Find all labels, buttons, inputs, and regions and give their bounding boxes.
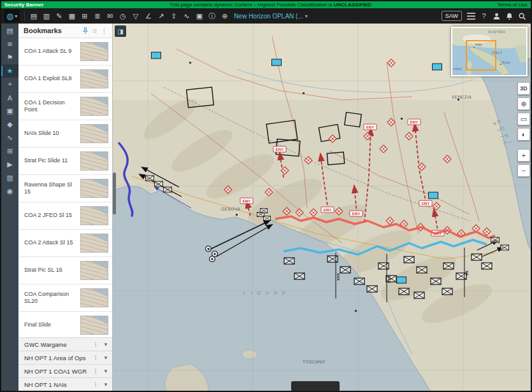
bookmark-group[interactable]: NH OPT 1 NAIs ⋮▾ [18, 377, 112, 391]
globe-menu-button[interactable]: ◍ ▾ [4, 10, 20, 22]
bookmark-item[interactable]: COA 1 Decision Point [18, 93, 112, 120]
kebab-icon[interactable]: ⋮ [99, 26, 109, 36]
rail-apps-icon[interactable]: ⊞ [1, 144, 18, 158]
user-account-icon[interactable] [491, 10, 503, 22]
bookmark-item[interactable]: COA 2 JFEO Sl 15 [18, 202, 112, 230]
bookmark-thumbnail [80, 124, 108, 143]
add-user-icon[interactable]: ⊕ [219, 10, 231, 22]
kebab-icon[interactable]: ⋮ [92, 354, 99, 361]
search-icon[interactable] [516, 10, 528, 22]
classification-level: UNCLASSIFIED [334, 2, 371, 8]
bookmark-group[interactable]: GWC Wargame ⋮▾ [18, 337, 112, 351]
rail-video-icon[interactable]: ▶ [1, 158, 18, 171]
inset-graphics [452, 28, 526, 75]
group-label: NH OPT 1 NAIs [24, 381, 67, 388]
eny-label: ENY [366, 125, 374, 129]
hamburger-menu-icon[interactable] [465, 10, 477, 22]
security-banner-label: Security Banner [4, 2, 43, 8]
group-label: GWC Wargame [24, 341, 67, 348]
bookmark-item[interactable]: Ravenna Shape Sl 15 [18, 175, 112, 202]
bookmark-item[interactable]: COA Comparison SL20 [18, 284, 112, 312]
map-control-column: 3D ⊕ ▭ ◐ + − [517, 82, 530, 177]
table-tool-icon[interactable]: ≣ [91, 10, 103, 22]
eny-label: ENY [324, 208, 331, 212]
pin-icon[interactable] [80, 26, 90, 36]
chevron-down-icon[interactable]: ▾ [102, 341, 110, 347]
map-canvas[interactable]: ENY ENY ENY ENY ENY ENY ENY ENY [113, 24, 532, 392]
zoom-out-button[interactable]: − [517, 164, 530, 177]
group-label: NH OPT 1 Area of Ops [24, 354, 85, 361]
bookmark-thumbnail [80, 97, 108, 116]
eny-label: ENY [276, 148, 284, 151]
chevron-down-icon[interactable]: ▾ [102, 381, 110, 388]
rail-3d-objects-icon[interactable]: ◆ [1, 118, 18, 131]
rail-bookmarks-star-icon[interactable]: ★ [1, 64, 18, 78]
rail-flag-icon[interactable]: ⚑ [1, 51, 18, 64]
rail-eye-icon[interactable]: ◉ [1, 185, 18, 198]
filter-icon[interactable]: ▽ [129, 10, 141, 22]
share-icon[interactable]: ⇪ [168, 10, 180, 22]
kebab-icon[interactable]: ⋮ [92, 381, 99, 388]
bookmark-item[interactable]: Strat Pic Slide 11 [18, 148, 112, 175]
rail-hierarchy-icon[interactable]: ⌖ [1, 78, 18, 91]
chevron-down-icon[interactable]: ▾ [102, 354, 110, 361]
time-slider-icon[interactable]: ◷ [117, 10, 129, 22]
oplan-selector[interactable]: New Horizon OPLAN (... ▾ [234, 13, 307, 20]
notifications-bell-icon[interactable] [503, 10, 515, 22]
bookmark-thumbnail [80, 288, 108, 307]
messages-icon[interactable]: ✉ [104, 10, 116, 22]
rail-text-icon[interactable]: A [1, 91, 18, 104]
rail-chart-icon[interactable]: ∿ [1, 131, 18, 144]
rail-layers-icon[interactable]: ≋ [1, 38, 18, 51]
bookmark-group[interactable]: NH OPT 1 COA1 WGR ⋮▾ [18, 364, 112, 377]
zoom-window-button[interactable]: ⊕ [517, 97, 530, 110]
star-icon[interactable]: ☆ [90, 26, 99, 36]
chevron-down-icon: ▾ [305, 13, 308, 19]
bookmark-item[interactable]: Final Slide [18, 312, 112, 337]
bookmark-label: COA 1 Decision Point [24, 99, 78, 114]
eny-label: ENY [410, 120, 418, 124]
pointer-icon[interactable]: ↗ [155, 10, 167, 22]
bookmark-item[interactable]: COA 2 Attack Sl 15 [18, 230, 112, 257]
contrast-button[interactable]: ◐ [517, 128, 530, 141]
bookmark-thumbnail [80, 234, 108, 253]
overlay-tool-icon[interactable]: ▦ [66, 10, 78, 22]
bookmark-item[interactable]: COA 1 Attack SL 9 [18, 38, 112, 66]
panel-scrollbar[interactable] [113, 172, 116, 214]
bookmark-item[interactable]: Strat Pic SL 16 [18, 257, 112, 284]
help-icon[interactable]: ? [478, 10, 490, 22]
bookmark-thumbnail [80, 261, 108, 280]
bookmark-label: COA 1 Exploit SL9 [24, 75, 78, 82]
bookmark-group[interactable]: NH OPT 1 Area of Ops ⋮▾ [18, 351, 112, 364]
rail-book-icon[interactable]: ▤ [1, 24, 18, 38]
bookmarks-tool-icon[interactable]: ▤ [27, 10, 40, 22]
toggle-3d-button[interactable]: 3D [517, 82, 530, 95]
rail-media-icon[interactable]: ▣ [1, 104, 18, 118]
collapse-panel-button[interactable]: ◨ [115, 25, 126, 37]
grid-tool-icon[interactable]: ⊞ [78, 10, 90, 22]
panel-title: Bookmarks [24, 27, 80, 34]
chevron-down-icon[interactable]: ▾ [102, 368, 110, 374]
bookmark-label: Strat Pic Slide 11 [24, 157, 78, 164]
overview-inset-map[interactable]: AUSTRIA Milan ITALY Roma celona [451, 27, 528, 76]
layers-tool-icon[interactable]: ▥ [40, 10, 52, 22]
saw-button[interactable]: SAW [442, 11, 462, 21]
bookmark-item[interactable]: NAIs Slide 10 [18, 120, 112, 148]
bookmark-item[interactable]: COA 1 Exploit SL9 [18, 66, 112, 93]
toolbar-separator [24, 11, 25, 21]
edit-tool-icon[interactable]: ✎ [53, 10, 65, 22]
main-toolbar: ◍ ▾ ▤ ▥ ✎ ▦ ⊞ ≣ ✉ ◷ ▽ ∠ ↗ ⇪ ∿ ▣ ⓘ ⊕ New … [1, 8, 531, 24]
rail-print-icon[interactable]: ▥ [1, 171, 18, 185]
bookmark-thumbnail [80, 69, 108, 88]
route-icon[interactable]: ∿ [180, 10, 192, 22]
application-window: Security Banner This page contains dynam… [0, 0, 532, 392]
kebab-icon[interactable]: ⋮ [92, 368, 99, 374]
kebab-icon[interactable]: ⋮ [92, 341, 99, 347]
measure-icon[interactable]: ∠ [142, 10, 154, 22]
info-icon[interactable]: ⓘ [206, 10, 218, 22]
zoom-in-button[interactable]: + [517, 149, 530, 162]
terms-of-use-link[interactable]: Terms of Use [498, 2, 528, 8]
print-map-icon[interactable]: ▣ [193, 10, 205, 22]
bookmark-thumbnail [80, 206, 108, 225]
select-area-button[interactable]: ▭ [517, 113, 530, 125]
